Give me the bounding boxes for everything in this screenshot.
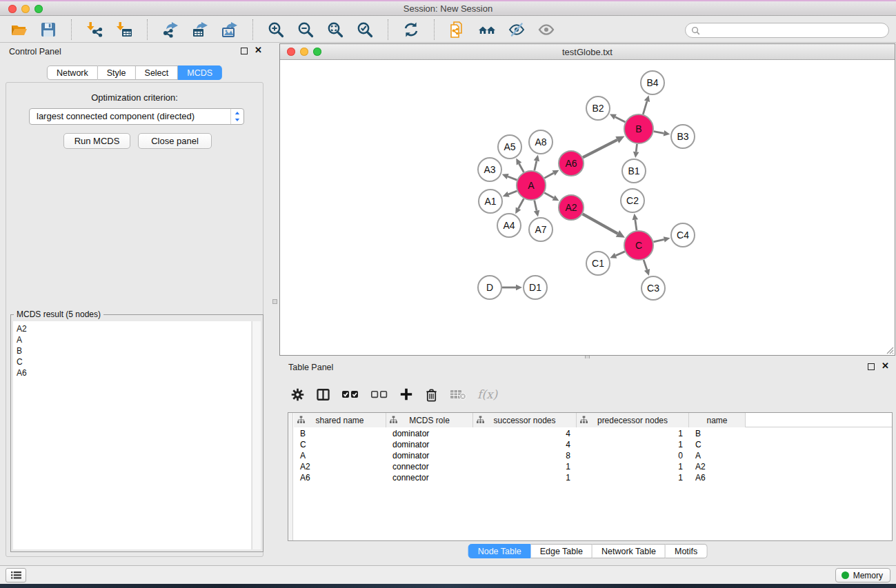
graph-node-label: C2 [626, 195, 639, 206]
column-header-predecessor-nodes[interactable]: predecessor nodes [577, 413, 689, 427]
settings-gear-icon[interactable] [290, 387, 305, 402]
graph-edge-A-A7[interactable] [535, 200, 537, 210]
refresh-icon[interactable] [401, 19, 421, 40]
table-tab-node-table[interactable]: Node Table [468, 544, 531, 558]
import-network-icon[interactable] [84, 19, 105, 40]
function-builder-fx-icon: f(x) [477, 387, 497, 401]
application-window: Session: New Session [0, 0, 896, 588]
table-row[interactable]: Bdominator41B [294, 428, 892, 439]
search-field[interactable] [685, 23, 889, 38]
zoom-selected-icon[interactable] [355, 19, 375, 40]
graph-edge-C-C4[interactable] [653, 239, 664, 242]
float-table-panel-icon[interactable] [868, 363, 875, 370]
result-item[interactable]: B [17, 345, 251, 356]
show-all-eye-icon[interactable] [536, 19, 557, 40]
show-column-pane-icon[interactable] [316, 387, 330, 402]
tab-network[interactable]: Network [47, 65, 98, 80]
network-window-titlebar[interactable]: testGlobe.txt [280, 44, 895, 60]
graph-edge-A-A4[interactable] [519, 199, 524, 208]
graph-edge-B-B2[interactable] [615, 117, 625, 122]
delete-column-trash-icon[interactable] [424, 387, 439, 402]
toolbar-separator [147, 19, 148, 40]
import-table-icon[interactable] [114, 19, 135, 40]
run-mcds-button[interactable]: Run MCDS [63, 133, 130, 149]
tab-style[interactable]: Style [98, 65, 136, 80]
graph-edge-A-A8[interactable] [535, 161, 537, 170]
graph-edge-A2-C[interactable] [583, 214, 618, 234]
graph-edge-A-A6[interactable] [544, 173, 553, 178]
resize-grip-icon[interactable] [886, 346, 894, 354]
table-row[interactable]: Cdominator41C [294, 439, 892, 450]
graph-edge-A-A1[interactable] [508, 191, 517, 194]
select-all-checkboxes-icon[interactable] [341, 389, 359, 399]
result-item[interactable]: C [17, 356, 251, 367]
criterion-dropdown[interactable]: largest connected component (directed) [29, 108, 244, 125]
result-item[interactable]: A [17, 334, 251, 345]
open-session-icon[interactable] [8, 19, 29, 40]
hide-selected-eye-icon[interactable] [506, 19, 527, 40]
graph-edge-A-A5[interactable] [519, 163, 524, 172]
graph-edge-B-B1[interactable] [636, 144, 637, 152]
network-canvas[interactable]: B4B2BB3A5A8A6A3B1AA1C2A2A4A7C4CC1C3DD1 [280, 61, 895, 355]
tab-select[interactable]: Select [136, 65, 179, 80]
home-icon[interactable] [477, 19, 497, 40]
column-header-mcds-role[interactable]: MCDS role [386, 413, 473, 427]
graph-edge-A6-B[interactable] [583, 140, 617, 157]
graph-edge-arrowhead [516, 285, 522, 291]
column-header-label: MCDS role [409, 416, 450, 425]
add-column-icon[interactable] [399, 387, 413, 401]
graph-edge-B-B4[interactable] [643, 101, 647, 114]
table-tab-motifs[interactable]: Motifs [666, 544, 707, 558]
toolbar-separator [71, 19, 72, 40]
column-header-name[interactable]: name [689, 413, 746, 427]
result-scrollbar[interactable] [252, 321, 261, 549]
export-table-icon[interactable] [190, 19, 210, 40]
graph-edge-A-A2[interactable] [544, 193, 553, 198]
graph-edge-A-A3[interactable] [508, 176, 517, 180]
result-item[interactable]: A2 [17, 323, 251, 334]
tab-mcds[interactable]: MCDS [178, 65, 222, 80]
row-header-strip [288, 413, 293, 540]
save-session-icon[interactable] [38, 19, 59, 40]
table-row[interactable]: Adominator80A [294, 450, 892, 461]
table-tab-edge-table[interactable]: Edge Table [531, 544, 593, 558]
result-item[interactable]: A6 [17, 367, 251, 378]
table-cell: C [689, 440, 746, 449]
column-header-shared-name[interactable]: shared name [294, 413, 386, 427]
table-cell: B [689, 429, 746, 438]
table-cell: 1 [577, 473, 689, 483]
task-history-button[interactable] [6, 568, 26, 582]
graph-node-label: C1 [592, 258, 604, 269]
export-image-icon[interactable] [219, 19, 240, 40]
graph-node-label: B3 [677, 131, 688, 142]
zoom-fit-icon[interactable] [325, 19, 346, 40]
graph-edge-B-B3[interactable] [654, 132, 664, 134]
mcds-result-title: MCDS result (5 nodes) [14, 310, 103, 319]
table-row[interactable]: A2connector11A2 [294, 461, 892, 472]
column-header-successor-nodes[interactable]: successor nodes [473, 413, 577, 427]
table-row[interactable]: A6connector11A6 [294, 472, 892, 483]
close-table-panel-icon[interactable]: ✕ [882, 361, 889, 371]
table-tab-network-table[interactable]: Network Table [593, 544, 666, 558]
graph-edge-C-C3[interactable] [644, 260, 647, 270]
column-type-icon [297, 416, 305, 426]
export-network-icon[interactable] [160, 19, 181, 40]
memory-button[interactable]: Memory [835, 568, 890, 582]
column-header-label: predecessor nodes [597, 416, 668, 425]
vertical-splitter-handle[interactable] [272, 299, 277, 304]
graph-edge-arrowhead [664, 130, 670, 136]
search-input[interactable] [703, 24, 888, 37]
graph-edge-C-C1[interactable] [616, 252, 625, 256]
criterion-dropdown-value: largest connected component (directed) [37, 111, 195, 121]
table-panel-title: Table Panel [288, 363, 333, 372]
table-panel-tabs: Node TableEdge TableNetwork TableMotifs [468, 544, 708, 558]
close-panel-icon[interactable]: ✕ [255, 45, 262, 55]
graph-edge-C-C2[interactable] [635, 220, 637, 230]
zoom-out-icon[interactable] [295, 19, 316, 40]
deselect-all-checkboxes-icon[interactable] [370, 389, 388, 399]
network-from-document-icon[interactable] [447, 19, 468, 40]
close-panel-button[interactable]: Close panel [138, 133, 212, 149]
float-panel-icon[interactable] [241, 48, 248, 54]
table-cell: 1 [473, 473, 577, 483]
zoom-in-icon[interactable] [266, 19, 286, 40]
